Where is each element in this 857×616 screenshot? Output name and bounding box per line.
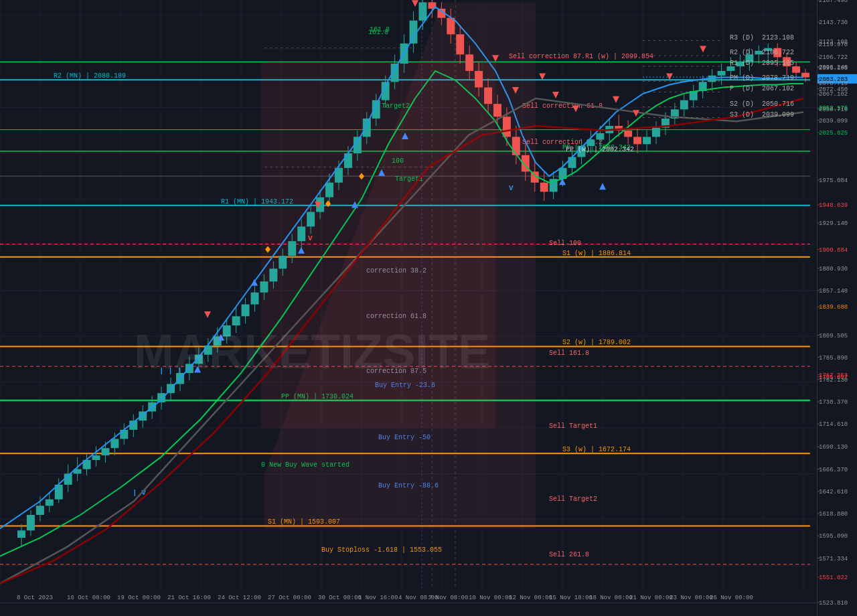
time-axis (0, 603, 817, 616)
right-price-panel (817, 0, 857, 616)
